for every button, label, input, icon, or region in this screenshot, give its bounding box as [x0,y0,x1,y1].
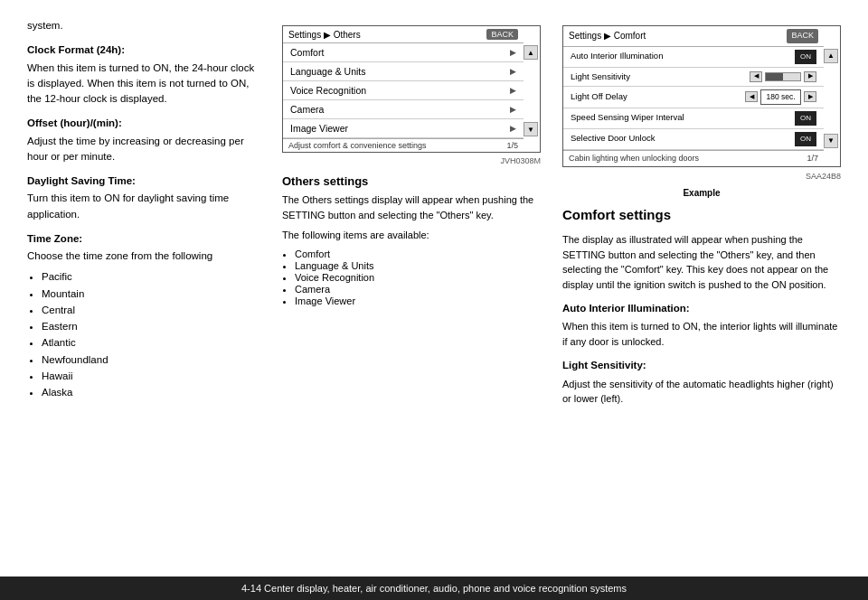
comfort-scroll-down-button[interactable]: ▼ [824,134,838,148]
footer-text: 4-14 Center display, heater, air conditi… [241,583,627,594]
comfort-control-light-sensitivity: ◀ ▶ [750,71,816,82]
comfort-label-door-unlock: Selective Door Unlock [571,132,655,145]
scroll-buttons: ▲ ▼ [524,43,540,138]
comfort-label-light-sensitivity: Light Sensitivity [571,70,630,83]
comfort-row-wiper-interval: Speed Sensing Wiper Interval ON [563,108,824,129]
right-column: Settings ▶ Comfort BACK Auto Interior Il… [552,18,841,412]
others-items-list: Comfort Language & Units Voice Recogniti… [295,248,541,306]
others-image-label: JVH0308M [282,156,541,165]
page-container: system. Clock Format (24h): When this it… [0,0,868,600]
comfort-screen-footer: Cabin lighting when unlocking doors 1/7 [563,150,824,167]
heading-auto-illumination: Auto Interior Illumination: [562,301,841,316]
comfort-footer-text: Cabin lighting when unlocking doors [569,153,699,165]
comfort-image-label: SAA24B8 [562,171,841,183]
body-clock-format: When this item is turned to ON, the 24-h… [27,61,255,108]
arrow-icon: ▶ [510,86,516,95]
on-badge-wiper[interactable]: ON [795,111,816,126]
menu-item-voice-recognition[interactable]: Voice Recognition ▶ [283,81,524,100]
on-badge-auto-illumination[interactable]: ON [795,50,816,64]
comfort-screen: Settings ▶ Comfort BACK Auto Interior Il… [562,25,841,167]
scroll-down-button[interactable]: ▼ [524,122,538,136]
delay-increase-button[interactable]: ▶ [804,91,816,102]
arrow-icon: ▶ [510,67,516,76]
comfort-page-indicator: 1/7 [807,153,818,165]
list-item: Pacific [42,269,255,285]
others-body1: The Others settings display will appear … [282,192,541,222]
others-breadcrumb: Settings ▶ Others [288,30,361,40]
list-item: Newfoundland [42,352,255,368]
list-item-voice-recognition: Voice Recognition [295,272,541,283]
others-menu-body: Comfort ▶ Language & Units ▶ Voice Recog… [283,43,524,138]
comfort-control-wiper-interval: ON [795,111,816,126]
footer-bar: 4-14 Center display, heater, air conditi… [0,577,868,600]
delay-decrease-button[interactable]: ◀ [745,91,758,102]
comfort-label-wiper-interval: Speed Sensing Wiper Interval [571,111,684,124]
slider-track[interactable] [765,72,801,81]
arrow-icon: ▶ [510,48,516,57]
list-item: Central [42,303,255,318]
slider-fill [766,73,783,80]
menu-item-image-viewer[interactable]: Image Viewer ▶ [283,119,524,138]
others-back-button[interactable]: BACK [486,29,518,40]
comfort-row-auto-illumination: Auto Interior Illumination ON [563,47,824,68]
comfort-example-label: Example [562,186,841,200]
scroll-up-button[interactable]: ▲ [524,45,538,60]
arrow-icon: ▶ [510,105,516,114]
comfort-breadcrumb: Settings ▶ Comfort [569,29,646,42]
list-item-comfort: Comfort [295,248,541,259]
heading-daylight: Daylight Saving Time: [27,173,255,189]
heading-light-sensitivity: Light Sensitivity: [562,358,841,373]
comfort-row-light-sensitivity: Light Sensitivity ◀ ▶ [563,68,824,87]
middle-column: Settings ▶ Others BACK Comfort ▶ Languag… [271,18,552,412]
on-badge-door[interactable]: ON [795,132,816,146]
menu-item-language-units[interactable]: Language & Units ▶ [283,62,524,81]
decrease-button[interactable]: ◀ [750,71,762,82]
arrow-icon: ▶ [510,124,516,133]
heading-timezone: Time Zone: [27,231,255,247]
body-timezone: Choose the time zone from the following [27,248,255,264]
body-daylight: Turn this item to ON for daylight saving… [27,191,255,222]
others-screen-header: Settings ▶ Others BACK [283,26,524,43]
others-body2: The following items are available: [282,228,541,243]
list-item-language-units: Language & Units [295,260,541,271]
increase-button[interactable]: ▶ [804,71,816,82]
delay-value: 180 sec. [760,89,801,105]
list-item: Mountain [42,286,255,302]
menu-item-comfort[interactable]: Comfort ▶ [283,43,524,62]
list-item: Alaska [42,385,255,400]
comfort-row-door-unlock: Selective Door Unlock ON [563,129,824,150]
comfort-screen-header: Settings ▶ Comfort BACK [563,26,824,47]
timezone-list: Pacific Mountain Central Eastern Atlanti… [42,269,255,400]
list-item: Hawaii [42,369,255,384]
comfort-back-button[interactable]: BACK [787,29,818,43]
comfort-menu-body: Auto Interior Illumination ON Light Sens… [563,47,824,150]
heading-clock-format: Clock Format (24h): [27,42,255,58]
comfort-scroll-buttons: ▲ ▼ [824,47,840,150]
comfort-control-door-unlock: ON [795,132,816,146]
comfort-control-light-off-delay: ◀ 180 sec. ▶ [745,89,816,105]
others-footer-text: Adjust comfort & convenience settings [288,141,427,150]
menu-item-camera[interactable]: Camera ▶ [283,100,524,119]
comfort-scroll-up-button[interactable]: ▲ [824,49,838,63]
others-screen-footer: Adjust comfort & convenience settings 1/… [283,138,524,152]
others-text-section: Others settings The Others settings disp… [282,174,541,306]
comfort-row-light-off-delay: Light Off Delay ◀ 180 sec. ▶ [563,87,824,108]
comfort-control-auto-illumination: ON [795,50,816,64]
body-offset: Adjust the time by increasing or decreas… [27,134,255,165]
others-section-title: Others settings [282,174,541,188]
list-item-camera: Camera [295,284,541,295]
body-auto-illumination: When this item is turned to ON, the inte… [562,319,841,349]
list-item: Atlantic [42,335,255,351]
list-item: Eastern [42,319,255,334]
comfort-label-auto-illumination: Auto Interior Illumination [571,50,663,62]
intro-text: system. [27,18,255,33]
content-area: system. Clock Format (24h): When this it… [27,18,841,448]
heading-offset: Offset (hour)/(min): [27,116,255,131]
list-item-image-viewer: Image Viewer [295,295,541,306]
comfort-label-light-off-delay: Light Off Delay [571,90,627,103]
others-screen: Settings ▶ Others BACK Comfort ▶ Languag… [282,25,541,153]
left-column: system. Clock Format (24h): When this it… [27,18,271,412]
comfort-section-title: Comfort settings [562,205,841,226]
body-light-sensitivity: Adjust the sensitivity of the automatic … [562,377,841,407]
others-page-indicator: 1/5 [506,141,518,150]
